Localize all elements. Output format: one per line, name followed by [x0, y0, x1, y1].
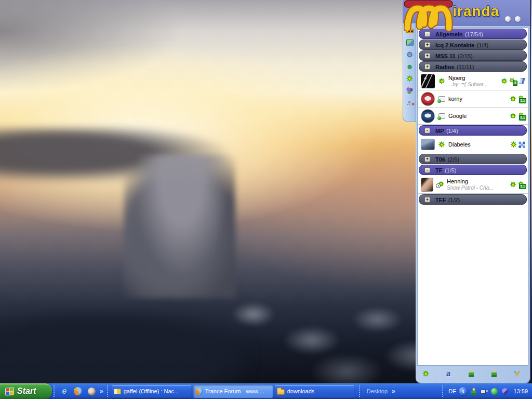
contact-row-korny[interactable]: korny 5.1: [418, 90, 528, 108]
miranda-window: iranda ⚙ ☻ ♬× - Allgemein (17/54) +: [403, 0, 531, 383]
cloud-shelf: [0, 127, 234, 184]
tray-miranda-status-icon[interactable]: [470, 387, 477, 395]
expand-icon[interactable]: +: [424, 64, 430, 70]
contact-status-button[interactable]: [467, 369, 476, 378]
icq-flower-icon[interactable]: [406, 74, 414, 83]
contact-group-radios[interactable]: + Radios (11/11): [419, 61, 527, 72]
task-label: gaffel (Offline) : Nac...: [124, 388, 179, 394]
task-button-gaffel[interactable]: gaffel (Offline) : Nac...: [112, 385, 191, 398]
icq-protocol-icon: [510, 181, 516, 188]
icq51-client-icon: 5.1: [518, 95, 525, 102]
options-gear-icon[interactable]: ⚙: [406, 50, 414, 59]
start-button[interactable]: Start: [0, 383, 52, 399]
taskbar: Start e » gaffel (Offline) : Nac... Tran…: [0, 383, 532, 399]
desktop-toolbar: Desktop »: [357, 385, 395, 397]
task-button-trance-forum[interactable]: Trance Forum - www....: [193, 385, 273, 398]
firefox-globe-icon: [74, 387, 82, 395]
contact-group-tf[interactable]: - TF (1/5): [419, 165, 527, 175]
contact-list: - Allgemein (17/54) + Icq 2 Kontakte (1/…: [417, 28, 528, 366]
person-icon: [491, 370, 497, 377]
contact-row-google[interactable]: Google 5.1: [418, 108, 528, 125]
version-badge: 5.1: [519, 98, 526, 104]
start-label: Start: [17, 387, 36, 396]
expand-icon[interactable]: +: [424, 42, 430, 48]
taskbar-clock[interactable]: 13:59: [513, 388, 528, 394]
contact-text: Henning Snow Patrol - Cha...: [447, 178, 507, 191]
clock-icon: [436, 183, 441, 188]
internet-explorer-icon[interactable]: e: [59, 385, 70, 397]
system-tray: DE ‹ » 13:59: [441, 385, 532, 397]
miranda-bottom-toolbar: a: [417, 366, 528, 381]
expand-icon[interactable]: +: [424, 197, 430, 203]
icq-protocol-icon: [501, 78, 508, 85]
collapse-icon[interactable]: -: [424, 167, 430, 173]
plugins-icon[interactable]: [406, 86, 414, 95]
collapse-icon[interactable]: -: [424, 128, 430, 134]
contact-row-njoerg[interactable]: Njoerg ...by -={ Subwa... 5: [418, 72, 528, 90]
desktop: iranda ⚙ ☻ ♬× - Allgemein (17/54) +: [0, 0, 532, 399]
contact-group-icq2kontakte[interactable]: + Icq 2 Kontakte (1/4): [419, 39, 527, 50]
device-icon: [438, 113, 445, 119]
toolbar-drag-handle[interactable]: [107, 385, 109, 397]
contact-group-mss11[interactable]: + MSS 11 (2/15): [419, 50, 527, 61]
quick-launch-overflow-chevron[interactable]: »: [100, 388, 103, 395]
expand-icon[interactable]: +: [424, 53, 430, 59]
msn-butterfly-icon: [513, 370, 521, 377]
contact-status-button-2[interactable]: [489, 369, 498, 378]
contact-group-t06[interactable]: + T06 (2/5): [419, 154, 527, 164]
contact-row-henning[interactable]: Henning Snow Patrol - Cha... 5.1: [418, 176, 528, 194]
group-count: (1/2): [448, 197, 460, 203]
app-icon[interactable]: [86, 385, 97, 397]
group-label: MP: [435, 128, 444, 134]
contact-name: Henning: [447, 178, 507, 185]
avatar: [421, 92, 435, 106]
toolbar-drag-handle[interactable]: [359, 385, 361, 397]
miranda-titlebar[interactable]: iranda: [403, 0, 531, 27]
person-icon: [471, 388, 476, 395]
miranda-logo-text: iranda: [453, 3, 499, 20]
icq-protocol-icon: [510, 96, 516, 102]
sound-muted-icon[interactable]: ♬×: [406, 98, 414, 107]
icq-protocol-icon: [510, 113, 516, 119]
version-badge: 5.1: [519, 115, 526, 121]
expand-icon[interactable]: +: [424, 156, 430, 162]
avatar: [421, 139, 435, 150]
toolbar-drag-handle[interactable]: [54, 385, 56, 397]
aim-status-button[interactable]: a: [444, 369, 453, 378]
xfire-icon: [518, 78, 525, 84]
toolbar-drag-handle[interactable]: [442, 385, 444, 397]
users-icon: [406, 39, 414, 46]
contact-row-diabeles[interactable]: Diabeles: [418, 136, 528, 153]
contact-name: korny: [448, 96, 507, 102]
group-count: (2/5): [447, 156, 459, 163]
client-device-icon: [437, 113, 446, 119]
hide-tray-icons-button[interactable]: ‹: [459, 387, 467, 395]
desktop-toolbar-label[interactable]: Desktop: [367, 388, 388, 394]
protocol-icons: [510, 141, 525, 148]
msn-status-button[interactable]: [512, 369, 521, 378]
close-button[interactable]: [515, 16, 521, 22]
firefox-icon[interactable]: [73, 385, 83, 397]
language-indicator[interactable]: DE: [448, 388, 456, 394]
shield-icon: [502, 388, 508, 395]
jabber-network-icon: [518, 141, 525, 148]
device-icon: [438, 96, 445, 102]
gear-icon: ⚙: [406, 51, 413, 58]
task-button-downloads[interactable]: downloads: [275, 385, 354, 398]
contact-text: Njoerg ...by -={ Subwa...: [448, 75, 498, 88]
desktop-toolbar-chevron[interactable]: »: [392, 388, 395, 395]
group-count: (2/15): [458, 53, 473, 59]
tray-online-status-icon[interactable]: [490, 387, 498, 395]
tray-volume-network-icon[interactable]: »: [480, 387, 488, 395]
status-person-icon[interactable]: ☻: [406, 62, 414, 71]
version-badge: 5.1: [519, 184, 526, 190]
icq-online-icon: [437, 141, 446, 148]
contacts-icon[interactable]: [406, 38, 414, 47]
contact-group-tff[interactable]: + TFF (1/2): [419, 194, 527, 205]
collapse-icon[interactable]: -: [424, 31, 430, 37]
contact-group-mp[interactable]: - MP (1/4): [419, 125, 527, 136]
icq5-client-icon: 5: [509, 77, 516, 85]
icq-status-button[interactable]: [421, 369, 430, 378]
contact-text: korny: [448, 96, 507, 102]
tray-antivirus-shield-icon[interactable]: [501, 387, 509, 395]
